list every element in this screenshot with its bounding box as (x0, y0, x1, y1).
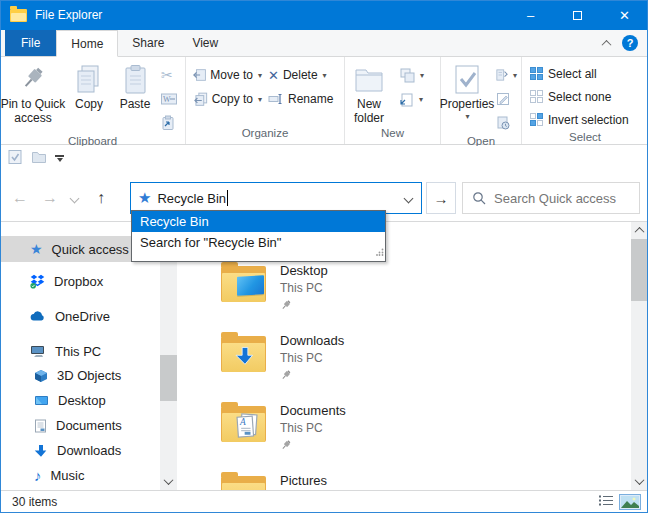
search-icon (472, 191, 486, 205)
svg-text:A: A (239, 417, 246, 427)
copy-path-button[interactable]: W (158, 87, 184, 111)
new-item-button[interactable]: ▾ (396, 63, 437, 87)
qat-customize-button[interactable] (55, 155, 64, 162)
address-input-value[interactable]: Recycle Bin (157, 191, 226, 206)
sidebar-scroll-down-button[interactable] (160, 473, 177, 490)
open-button[interactable]: ▾ (493, 63, 520, 87)
suggestion-search-for[interactable]: Search for "Recycle Bin" (132, 232, 385, 253)
new-folder-button[interactable]: New folder (345, 57, 393, 126)
pinned-icon (280, 297, 328, 315)
downloads-folder-icon (221, 332, 267, 376)
properties-icon (453, 62, 481, 98)
sidebar-item-this-pc[interactable]: This PC (0, 338, 160, 364)
edit-icon (496, 92, 510, 106)
tile-desktop[interactable]: Desktop This PC (221, 262, 521, 320)
forward-button[interactable]: → (38, 182, 62, 214)
sidebar-item-documents[interactable]: Documents (0, 413, 160, 438)
sidebar-scrollbar[interactable] (160, 222, 177, 490)
close-button[interactable]: ✕ (601, 0, 648, 30)
details-view-icon (598, 494, 614, 507)
copy-to-button[interactable]: Copy to▾ (190, 87, 265, 111)
rename-icon (268, 93, 284, 105)
minimize-button[interactable]: – (507, 0, 554, 30)
dropdown-arrow-icon: ▾ (465, 112, 469, 121)
tab-home[interactable]: Home (56, 30, 118, 57)
pinned-icon (280, 367, 344, 385)
search-box[interactable] (462, 182, 640, 214)
tile-documents[interactable]: A Documents This PC (221, 402, 521, 460)
qat-new-folder-button[interactable] (31, 150, 47, 168)
qat-folder-icon (31, 150, 47, 164)
content-scrollbar[interactable] (631, 222, 648, 490)
cut-button[interactable]: ✂ (158, 63, 184, 87)
content-scrollbar-thumb[interactable] (631, 239, 648, 301)
sidebar-scrollbar-thumb[interactable] (160, 355, 177, 401)
suggestion-recycle-bin[interactable]: Recycle Bin (132, 211, 385, 232)
this-pc-icon (30, 345, 46, 358)
pinned-icon (280, 437, 346, 455)
tile-downloads[interactable]: Downloads This PC (221, 332, 521, 390)
maximize-button[interactable] (554, 0, 601, 30)
address-dropdown-button[interactable] (395, 183, 421, 213)
easy-access-button[interactable]: ▾ (396, 87, 437, 111)
tab-share[interactable]: Share (118, 30, 178, 56)
up-button[interactable]: ↑ (88, 182, 114, 214)
move-to-button[interactable]: Move to▾ (190, 63, 265, 87)
history-button[interactable] (493, 111, 520, 135)
dropbox-icon (30, 274, 45, 289)
sidebar-item-downloads[interactable]: Downloads (0, 438, 160, 463)
maximize-icon (573, 11, 582, 20)
large-icons-view-button[interactable] (619, 494, 641, 510)
tab-view[interactable]: View (178, 30, 232, 56)
dropdown-arrow-icon: ▾ (258, 71, 262, 80)
items-count: 30 items (0, 495, 57, 509)
ribbon-tab-row: File Home Share View ? (0, 30, 648, 57)
dropdown-arrow-icon: ▾ (513, 71, 517, 80)
cut-icon: ✂ (161, 67, 173, 83)
sidebar-item-desktop[interactable]: Desktop (0, 388, 160, 413)
ribbon: Pin to Quick access Copy Paste ✂ (0, 57, 648, 145)
pin-to-quick-access-button[interactable]: Pin to Quick access (0, 57, 66, 126)
details-view-button[interactable] (598, 493, 614, 511)
properties-button[interactable]: Properties ▾ (441, 57, 493, 121)
tab-file[interactable]: File (5, 30, 56, 56)
rename-button[interactable]: Rename (265, 87, 341, 111)
paste-shortcut-icon (161, 115, 175, 131)
star-icon: ★ (30, 241, 43, 257)
dropdown-arrow-icon: ▾ (258, 95, 262, 104)
back-button[interactable]: ← (8, 182, 32, 214)
go-to-button[interactable]: → (426, 182, 456, 214)
collapse-ribbon-icon[interactable] (602, 39, 612, 49)
chevron-down-icon (403, 193, 413, 203)
search-input[interactable] (494, 191, 624, 206)
copy-button[interactable]: Copy (66, 57, 112, 112)
tile-pictures[interactable]: Pictures (221, 472, 521, 490)
title-bar: File Explorer – ✕ (0, 0, 648, 30)
chevron-down-icon (69, 193, 79, 203)
ribbon-group-new: New folder ▾ ▾ New (345, 57, 441, 144)
recent-locations-button[interactable] (66, 182, 82, 214)
select-none-button[interactable]: Select none (522, 85, 611, 108)
edit-button[interactable] (493, 87, 520, 111)
dropdown-arrow-icon: ▾ (420, 71, 424, 80)
new-item-icon (399, 68, 415, 83)
main-body: ★ Quick access Dropbox OneDrive This PC … (0, 222, 648, 490)
help-icon[interactable]: ? (622, 35, 638, 51)
delete-button[interactable]: ✕ Delete▾ (265, 63, 341, 87)
paste-button[interactable]: Paste (112, 57, 158, 112)
sidebar-item-onedrive[interactable]: OneDrive (0, 303, 160, 329)
qat-properties-button[interactable] (7, 149, 23, 169)
resize-grip[interactable] (376, 242, 384, 260)
copy-to-icon (193, 92, 208, 106)
documents-folder-icon: A (221, 402, 267, 446)
content-scroll-up-button[interactable] (631, 222, 648, 239)
invert-selection-button[interactable]: Invert selection (522, 108, 629, 131)
sidebar-item-music[interactable]: ♪ Music (0, 463, 160, 488)
open-icon (496, 68, 508, 82)
paste-shortcut-button[interactable] (158, 111, 184, 135)
sidebar-item-3d-objects[interactable]: 3D Objects (0, 363, 160, 388)
content-scroll-down-button[interactable] (631, 473, 648, 490)
sidebar-item-dropbox[interactable]: Dropbox (0, 268, 160, 294)
move-to-icon (193, 68, 206, 82)
select-all-button[interactable]: Select all (522, 62, 597, 85)
